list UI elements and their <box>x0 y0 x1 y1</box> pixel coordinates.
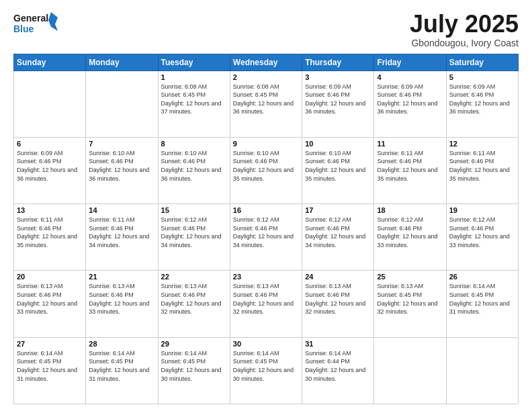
calendar-header-row: Sunday Monday Tuesday Wednesday Thursday… <box>14 54 519 71</box>
table-row: 19 Sunrise: 6:12 AMSunset: 6:46 PMDaylig… <box>446 204 518 271</box>
day-info: Sunrise: 6:14 AMSunset: 6:45 PMDaylight:… <box>449 282 515 316</box>
day-info: Sunrise: 6:08 AMSunset: 6:45 PMDaylight:… <box>161 83 227 116</box>
day-info: Sunrise: 6:09 AMSunset: 6:46 PMDaylight:… <box>17 149 83 183</box>
day-info: Sunrise: 6:08 AMSunset: 6:45 PMDaylight:… <box>233 83 299 116</box>
table-row <box>14 71 86 137</box>
table-row: 4 Sunrise: 6:09 AMSunset: 6:46 PMDayligh… <box>374 71 446 137</box>
day-info: Sunrise: 6:10 AMSunset: 6:46 PMDaylight:… <box>305 149 371 183</box>
table-row: 8 Sunrise: 6:10 AMSunset: 6:46 PMDayligh… <box>158 137 230 203</box>
table-row: 23 Sunrise: 6:13 AMSunset: 6:46 PMDaylig… <box>230 271 302 337</box>
day-info: Sunrise: 6:14 AMSunset: 6:45 PMDaylight:… <box>89 349 154 383</box>
col-saturday: Saturday <box>446 54 518 71</box>
table-row: 16 Sunrise: 6:12 AMSunset: 6:46 PMDaylig… <box>230 204 302 271</box>
table-row: 14 Sunrise: 6:11 AMSunset: 6:46 PMDaylig… <box>86 204 158 271</box>
week-row: 20 Sunrise: 6:13 AMSunset: 6:46 PMDaylig… <box>14 271 519 337</box>
day-number: 28 <box>89 340 154 348</box>
table-row: 1 Sunrise: 6:08 AMSunset: 6:45 PMDayligh… <box>158 71 230 137</box>
day-info: Sunrise: 6:11 AMSunset: 6:46 PMDaylight:… <box>449 149 515 183</box>
day-number: 4 <box>377 73 443 81</box>
col-wednesday: Wednesday <box>230 54 302 71</box>
day-info: Sunrise: 6:11 AMSunset: 6:46 PMDaylight:… <box>17 216 83 249</box>
col-friday: Friday <box>374 54 446 71</box>
day-number: 24 <box>305 273 371 281</box>
table-row <box>446 337 518 404</box>
day-info: Sunrise: 6:09 AMSunset: 6:46 PMDaylight:… <box>377 83 443 116</box>
day-number: 6 <box>17 140 83 148</box>
day-number: 16 <box>233 206 299 214</box>
day-number: 3 <box>305 73 371 81</box>
week-row: 27 Sunrise: 6:14 AMSunset: 6:45 PMDaylig… <box>14 337 519 404</box>
day-info: Sunrise: 6:12 AMSunset: 6:46 PMDaylight:… <box>305 216 371 249</box>
day-number: 12 <box>449 140 515 148</box>
logo: General Blue <box>13 11 60 39</box>
table-row: 26 Sunrise: 6:14 AMSunset: 6:45 PMDaylig… <box>446 271 518 337</box>
table-row: 3 Sunrise: 6:09 AMSunset: 6:46 PMDayligh… <box>302 71 374 137</box>
table-row: 15 Sunrise: 6:12 AMSunset: 6:46 PMDaylig… <box>158 204 230 271</box>
table-row: 11 Sunrise: 6:11 AMSunset: 6:46 PMDaylig… <box>374 137 446 203</box>
day-info: Sunrise: 6:14 AMSunset: 6:45 PMDaylight:… <box>161 349 227 383</box>
day-number: 23 <box>233 273 299 281</box>
week-row: 6 Sunrise: 6:09 AMSunset: 6:46 PMDayligh… <box>14 137 519 203</box>
day-number: 19 <box>449 206 515 214</box>
day-number: 21 <box>89 273 154 281</box>
table-row: 25 Sunrise: 6:13 AMSunset: 6:45 PMDaylig… <box>374 271 446 337</box>
day-info: Sunrise: 6:09 AMSunset: 6:46 PMDaylight:… <box>449 83 515 116</box>
table-row: 2 Sunrise: 6:08 AMSunset: 6:45 PMDayligh… <box>230 71 302 137</box>
table-row: 30 Sunrise: 6:14 AMSunset: 6:45 PMDaylig… <box>230 337 302 404</box>
calendar-table: Sunday Monday Tuesday Wednesday Thursday… <box>13 54 519 404</box>
day-info: Sunrise: 6:13 AMSunset: 6:46 PMDaylight:… <box>161 282 227 316</box>
day-number: 29 <box>161 340 227 348</box>
day-info: Sunrise: 6:11 AMSunset: 6:46 PMDaylight:… <box>89 216 154 249</box>
day-number: 8 <box>161 140 227 148</box>
day-info: Sunrise: 6:09 AMSunset: 6:46 PMDaylight:… <box>305 83 371 116</box>
svg-text:General: General <box>13 13 48 24</box>
day-number: 25 <box>377 273 443 281</box>
day-info: Sunrise: 6:12 AMSunset: 6:46 PMDaylight:… <box>161 216 227 249</box>
day-number: 13 <box>17 206 83 214</box>
col-tuesday: Tuesday <box>158 54 230 71</box>
day-number: 2 <box>233 73 299 81</box>
week-row: 1 Sunrise: 6:08 AMSunset: 6:45 PMDayligh… <box>14 71 519 137</box>
table-row: 17 Sunrise: 6:12 AMSunset: 6:46 PMDaylig… <box>302 204 374 271</box>
title-block: July 2025 Gbondougou, Ivory Coast <box>410 11 519 48</box>
day-info: Sunrise: 6:13 AMSunset: 6:45 PMDaylight:… <box>377 282 443 316</box>
table-row <box>374 337 446 404</box>
day-number: 11 <box>377 140 443 148</box>
table-row: 27 Sunrise: 6:14 AMSunset: 6:45 PMDaylig… <box>14 337 86 404</box>
table-row <box>86 71 158 137</box>
svg-text:Blue: Blue <box>13 24 34 34</box>
table-row: 20 Sunrise: 6:13 AMSunset: 6:46 PMDaylig… <box>14 271 86 337</box>
day-number: 22 <box>161 273 227 281</box>
table-row: 7 Sunrise: 6:10 AMSunset: 6:46 PMDayligh… <box>86 137 158 203</box>
day-number: 20 <box>17 273 83 281</box>
day-info: Sunrise: 6:13 AMSunset: 6:46 PMDaylight:… <box>17 282 83 316</box>
table-row: 28 Sunrise: 6:14 AMSunset: 6:45 PMDaylig… <box>86 337 158 404</box>
logo-svg: General Blue <box>13 11 60 39</box>
table-row: 24 Sunrise: 6:13 AMSunset: 6:46 PMDaylig… <box>302 271 374 337</box>
day-info: Sunrise: 6:10 AMSunset: 6:46 PMDaylight:… <box>89 149 154 183</box>
svg-marker-2 <box>48 12 58 31</box>
day-info: Sunrise: 6:12 AMSunset: 6:46 PMDaylight:… <box>377 216 443 249</box>
day-number: 17 <box>305 206 371 214</box>
table-row: 29 Sunrise: 6:14 AMSunset: 6:45 PMDaylig… <box>158 337 230 404</box>
day-info: Sunrise: 6:13 AMSunset: 6:46 PMDaylight:… <box>305 282 371 316</box>
day-number: 14 <box>89 206 154 214</box>
day-info: Sunrise: 6:14 AMSunset: 6:45 PMDaylight:… <box>233 349 299 383</box>
table-row: 13 Sunrise: 6:11 AMSunset: 6:46 PMDaylig… <box>14 204 86 271</box>
day-info: Sunrise: 6:14 AMSunset: 6:44 PMDaylight:… <box>305 349 371 383</box>
col-thursday: Thursday <box>302 54 374 71</box>
day-number: 18 <box>377 206 443 214</box>
table-row: 22 Sunrise: 6:13 AMSunset: 6:46 PMDaylig… <box>158 271 230 337</box>
table-row: 9 Sunrise: 6:10 AMSunset: 6:46 PMDayligh… <box>230 137 302 203</box>
table-row: 21 Sunrise: 6:13 AMSunset: 6:46 PMDaylig… <box>86 271 158 337</box>
day-info: Sunrise: 6:12 AMSunset: 6:46 PMDaylight:… <box>449 216 515 249</box>
day-number: 7 <box>89 140 154 148</box>
table-row: 18 Sunrise: 6:12 AMSunset: 6:46 PMDaylig… <box>374 204 446 271</box>
day-number: 10 <box>305 140 371 148</box>
day-number: 30 <box>233 340 299 348</box>
day-info: Sunrise: 6:11 AMSunset: 6:46 PMDaylight:… <box>377 149 443 183</box>
location-subtitle: Gbondougou, Ivory Coast <box>410 38 519 48</box>
day-number: 31 <box>305 340 371 348</box>
day-info: Sunrise: 6:14 AMSunset: 6:45 PMDaylight:… <box>17 349 83 383</box>
month-title: July 2025 <box>410 11 519 38</box>
